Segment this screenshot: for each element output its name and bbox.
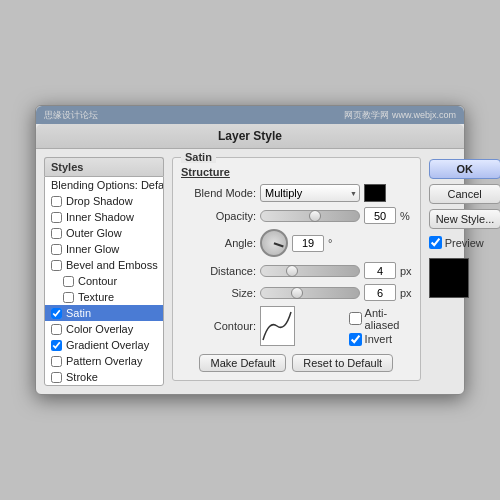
ok-button[interactable]: OK: [429, 159, 500, 179]
title-bar: Layer Style: [36, 124, 464, 149]
contour-options: Anti-aliased Invert: [349, 307, 412, 346]
banner-right: 网页教学网 www.webjx.com: [344, 109, 456, 122]
angle-label: Angle:: [181, 237, 256, 249]
sidebar-item-gradient-overlay[interactable]: Gradient Overlay: [45, 337, 163, 353]
color-overlay-checkbox[interactable]: [51, 324, 62, 335]
bevel-emboss-checkbox[interactable]: [51, 260, 62, 271]
angle-row: Angle: °: [181, 229, 412, 257]
sidebar-item-pattern-overlay[interactable]: Pattern Overlay: [45, 353, 163, 369]
preview-label[interactable]: Preview: [429, 236, 500, 249]
contour-preview[interactable]: [260, 306, 295, 346]
sidebar-item-inner-glow[interactable]: Inner Glow: [45, 241, 163, 257]
drop-shadow-label: Drop Shadow: [66, 195, 133, 207]
blend-mode-row: Blend Mode: Multiply Normal Screen Overl…: [181, 184, 412, 202]
angle-dial[interactable]: [260, 229, 288, 257]
pattern-overlay-label: Pattern Overlay: [66, 355, 142, 367]
distance-row: Distance: px: [181, 262, 412, 279]
styles-panel-title: Styles: [44, 157, 164, 176]
size-slider-thumb[interactable]: [291, 287, 303, 299]
blending-options-label: Blending Options: Default: [51, 179, 164, 191]
sidebar-item-outer-glow[interactable]: Outer Glow: [45, 225, 163, 241]
cancel-button[interactable]: Cancel: [429, 184, 500, 204]
sidebar-item-stroke[interactable]: Stroke: [45, 369, 163, 385]
anti-aliased-label[interactable]: Anti-aliased: [349, 307, 412, 331]
inner-glow-checkbox[interactable]: [51, 244, 62, 255]
new-style-button[interactable]: New Style...: [429, 209, 500, 229]
inner-glow-label: Inner Glow: [66, 243, 119, 255]
color-overlay-label: Color Overlay: [66, 323, 133, 335]
banner-left: 思缘设计论坛: [44, 109, 98, 122]
preview-swatch: [429, 258, 469, 298]
blend-color-swatch[interactable]: [364, 184, 386, 202]
layer-style-dialog: 思缘设计论坛 网页教学网 www.webjx.com Layer Style S…: [35, 105, 465, 395]
size-row: Size: px: [181, 284, 412, 301]
contour-checkbox[interactable]: [63, 276, 74, 287]
angle-input[interactable]: [292, 235, 324, 252]
reset-to-default-button[interactable]: Reset to Default: [292, 354, 393, 372]
opacity-unit: %: [400, 210, 410, 222]
blend-mode-select-wrapper: Multiply Normal Screen Overlay: [260, 184, 360, 202]
sidebar-item-bevel-emboss[interactable]: Bevel and Emboss: [45, 257, 163, 273]
sidebar-item-texture[interactable]: Texture: [45, 289, 163, 305]
make-default-button[interactable]: Make Default: [199, 354, 286, 372]
bevel-emboss-label: Bevel and Emboss: [66, 259, 158, 271]
sidebar-item-drop-shadow[interactable]: Drop Shadow: [45, 193, 163, 209]
preview-checkbox[interactable]: [429, 236, 442, 249]
pattern-overlay-checkbox[interactable]: [51, 356, 62, 367]
action-buttons-row: Make Default Reset to Default: [181, 354, 412, 372]
contour-label: Contour: [78, 275, 117, 287]
invert-text: Invert: [365, 333, 393, 345]
contour-svg: [261, 310, 293, 342]
satin-checkbox[interactable]: [51, 308, 62, 319]
top-banner: 思缘设计论坛 网页教学网 www.webjx.com: [36, 106, 464, 124]
styles-list: Blending Options: Default Drop Shadow In…: [44, 176, 164, 386]
structure-label: Structure: [181, 166, 412, 178]
outer-glow-label: Outer Glow: [66, 227, 122, 239]
dial-hand: [274, 242, 284, 247]
texture-label: Texture: [78, 291, 114, 303]
distance-input[interactable]: [364, 262, 396, 279]
size-input[interactable]: [364, 284, 396, 301]
size-slider[interactable]: [260, 287, 360, 299]
anti-aliased-text: Anti-aliased: [365, 307, 412, 331]
opacity-label: Opacity:: [181, 210, 256, 222]
outer-glow-checkbox[interactable]: [51, 228, 62, 239]
dialog-body: Styles Blending Options: Default Drop Sh…: [36, 149, 464, 394]
invert-checkbox[interactable]: [349, 333, 362, 346]
stroke-checkbox[interactable]: [51, 372, 62, 383]
sidebar-item-satin[interactable]: Satin: [45, 305, 163, 321]
sidebar-item-color-overlay[interactable]: Color Overlay: [45, 321, 163, 337]
size-label: Size:: [181, 287, 256, 299]
main-panel: Satin Structure Blend Mode: Multiply Nor…: [172, 157, 421, 386]
anti-aliased-checkbox[interactable]: [349, 312, 362, 325]
contour-label: Contour:: [181, 320, 256, 332]
satin-label: Satin: [66, 307, 91, 319]
gradient-overlay-label: Gradient Overlay: [66, 339, 149, 351]
distance-slider-thumb[interactable]: [286, 265, 298, 277]
opacity-input[interactable]: [364, 207, 396, 224]
styles-panel: Styles Blending Options: Default Drop Sh…: [44, 157, 164, 386]
opacity-slider[interactable]: [260, 210, 360, 222]
gradient-overlay-checkbox[interactable]: [51, 340, 62, 351]
inner-shadow-label: Inner Shadow: [66, 211, 134, 223]
angle-unit: °: [328, 237, 332, 249]
right-panel: OK Cancel New Style... Preview: [429, 157, 500, 386]
sidebar-item-contour[interactable]: Contour: [45, 273, 163, 289]
distance-label: Distance:: [181, 265, 256, 277]
preview-text: Preview: [445, 237, 484, 249]
contour-row: Contour: Anti-aliased Invert: [181, 306, 412, 346]
opacity-row: Opacity: %: [181, 207, 412, 224]
satin-section: Satin Structure Blend Mode: Multiply Nor…: [172, 157, 421, 381]
blend-mode-select[interactable]: Multiply Normal Screen Overlay: [260, 184, 360, 202]
opacity-slider-thumb[interactable]: [309, 210, 321, 222]
sidebar-item-inner-shadow[interactable]: Inner Shadow: [45, 209, 163, 225]
sidebar-item-blending-options[interactable]: Blending Options: Default: [45, 177, 163, 193]
satin-section-label: Satin: [181, 151, 216, 163]
dialog-title: Layer Style: [218, 129, 282, 143]
stroke-label: Stroke: [66, 371, 98, 383]
texture-checkbox[interactable]: [63, 292, 74, 303]
invert-label[interactable]: Invert: [349, 333, 412, 346]
inner-shadow-checkbox[interactable]: [51, 212, 62, 223]
distance-slider[interactable]: [260, 265, 360, 277]
drop-shadow-checkbox[interactable]: [51, 196, 62, 207]
